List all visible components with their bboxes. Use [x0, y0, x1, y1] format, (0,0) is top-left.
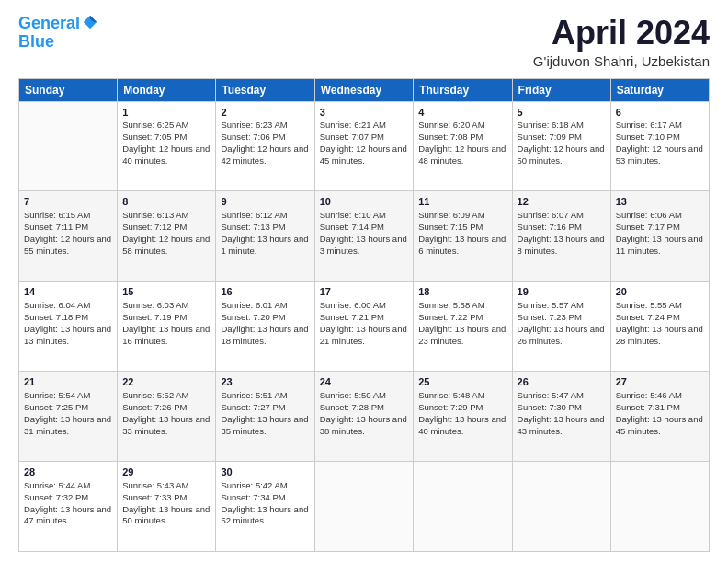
- header-row: Sunday Monday Tuesday Wednesday Thursday…: [19, 78, 710, 101]
- daylight-info: Daylight: 13 hours and 18 minutes.: [221, 324, 308, 346]
- sunset-info: Sunset: 7:07 PM: [320, 132, 384, 142]
- daylight-info: Daylight: 13 hours and 50 minutes.: [122, 504, 210, 526]
- daylight-info: Daylight: 13 hours and 28 minutes.: [616, 324, 703, 346]
- daylight-info: Daylight: 13 hours and 26 minutes.: [518, 324, 605, 346]
- sunset-info: Sunset: 7:33 PM: [122, 492, 187, 502]
- sunset-info: Sunset: 7:12 PM: [122, 222, 187, 232]
- sunrise-info: Sunrise: 6:23 AM: [221, 120, 287, 130]
- sunrise-info: Sunrise: 6:18 AM: [518, 120, 584, 130]
- month-title: April 2024: [533, 15, 710, 52]
- header: General Blue April 2024 G'ijduvon Shahri…: [18, 15, 710, 69]
- col-sunday: Sunday: [19, 78, 118, 101]
- sunrise-info: Sunrise: 6:04 AM: [24, 300, 90, 310]
- daylight-info: Daylight: 12 hours and 58 minutes.: [122, 234, 210, 256]
- calendar-cell: [610, 462, 709, 552]
- calendar-cell: 2Sunrise: 6:23 AMSunset: 7:06 PMDaylight…: [216, 101, 314, 191]
- calendar-cell: 12Sunrise: 6:07 AMSunset: 7:16 PMDayligh…: [512, 191, 610, 282]
- calendar-cell: 28Sunrise: 5:44 AMSunset: 7:32 PMDayligh…: [19, 462, 118, 552]
- sunrise-info: Sunrise: 6:21 AM: [320, 120, 386, 130]
- daylight-info: Daylight: 13 hours and 31 minutes.: [24, 414, 111, 436]
- sunset-info: Sunset: 7:05 PM: [122, 132, 187, 142]
- sunrise-info: Sunrise: 5:58 AM: [418, 300, 484, 310]
- week-row-1: 1Sunrise: 6:25 AMSunset: 7:05 PMDaylight…: [19, 101, 710, 191]
- calendar-cell: 4Sunrise: 6:20 AMSunset: 7:08 PMDaylight…: [414, 101, 512, 191]
- sunrise-info: Sunrise: 5:48 AM: [418, 390, 484, 400]
- day-number: 28: [24, 465, 112, 479]
- day-number: 15: [122, 285, 210, 299]
- sunset-info: Sunset: 7:31 PM: [616, 402, 680, 412]
- daylight-info: Daylight: 13 hours and 11 minutes.: [616, 234, 703, 256]
- week-row-5: 28Sunrise: 5:44 AMSunset: 7:32 PMDayligh…: [19, 462, 710, 552]
- daylight-info: Daylight: 13 hours and 1 minute.: [221, 234, 308, 256]
- sunrise-info: Sunrise: 6:01 AM: [221, 300, 287, 310]
- sunrise-info: Sunrise: 5:54 AM: [24, 390, 90, 400]
- day-number: 27: [616, 375, 704, 389]
- daylight-info: Daylight: 13 hours and 45 minutes.: [616, 414, 703, 436]
- daylight-info: Daylight: 13 hours and 52 minutes.: [221, 504, 308, 526]
- daylight-info: Daylight: 12 hours and 48 minutes.: [418, 144, 506, 166]
- sunset-info: Sunset: 7:08 PM: [418, 132, 483, 142]
- calendar-cell: 22Sunrise: 5:52 AMSunset: 7:26 PMDayligh…: [118, 372, 216, 462]
- logo-text-line1: General: [18, 15, 80, 33]
- sunset-info: Sunset: 7:11 PM: [24, 222, 88, 232]
- calendar-cell: 5Sunrise: 6:18 AMSunset: 7:09 PMDaylight…: [512, 101, 610, 191]
- calendar-cell: 16Sunrise: 6:01 AMSunset: 7:20 PMDayligh…: [216, 282, 314, 372]
- day-number: 10: [320, 195, 409, 209]
- sunrise-info: Sunrise: 6:00 AM: [320, 300, 386, 310]
- sunrise-info: Sunrise: 6:12 AM: [221, 210, 287, 220]
- day-number: 11: [418, 195, 506, 209]
- week-row-3: 14Sunrise: 6:04 AMSunset: 7:18 PMDayligh…: [19, 282, 710, 372]
- calendar-cell: 15Sunrise: 6:03 AMSunset: 7:19 PMDayligh…: [118, 282, 216, 372]
- calendar-cell: 6Sunrise: 6:17 AMSunset: 7:10 PMDaylight…: [610, 101, 709, 191]
- location: G'ijduvon Shahri, Uzbekistan: [533, 53, 710, 69]
- daylight-info: Daylight: 13 hours and 8 minutes.: [518, 234, 605, 256]
- sunset-info: Sunset: 7:19 PM: [122, 312, 187, 322]
- week-row-2: 7Sunrise: 6:15 AMSunset: 7:11 PMDaylight…: [19, 191, 710, 282]
- daylight-info: Daylight: 13 hours and 6 minutes.: [418, 234, 506, 256]
- col-monday: Monday: [118, 78, 216, 101]
- sunrise-info: Sunrise: 6:07 AM: [518, 210, 584, 220]
- calendar-cell: [314, 462, 414, 552]
- sunrise-info: Sunrise: 5:47 AM: [518, 390, 584, 400]
- day-number: 5: [518, 106, 606, 120]
- daylight-info: Daylight: 12 hours and 50 minutes.: [518, 144, 605, 166]
- sunrise-info: Sunrise: 6:20 AM: [418, 120, 484, 130]
- calendar-cell: 17Sunrise: 6:00 AMSunset: 7:21 PMDayligh…: [314, 282, 414, 372]
- calendar-cell: 30Sunrise: 5:42 AMSunset: 7:34 PMDayligh…: [216, 462, 314, 552]
- logo-text-line2: Blue: [18, 32, 54, 51]
- daylight-info: Daylight: 12 hours and 53 minutes.: [616, 144, 703, 166]
- day-number: 12: [518, 195, 606, 209]
- sunrise-info: Sunrise: 6:13 AM: [122, 210, 188, 220]
- daylight-info: Daylight: 13 hours and 3 minutes.: [320, 234, 407, 256]
- day-number: 17: [320, 285, 409, 299]
- day-number: 16: [221, 285, 309, 299]
- sunrise-info: Sunrise: 6:10 AM: [320, 210, 386, 220]
- sunrise-info: Sunrise: 5:55 AM: [616, 300, 682, 310]
- week-row-4: 21Sunrise: 5:54 AMSunset: 7:25 PMDayligh…: [19, 372, 710, 462]
- sunset-info: Sunset: 7:28 PM: [320, 402, 384, 412]
- day-number: 29: [122, 465, 210, 479]
- calendar-cell: 23Sunrise: 5:51 AMSunset: 7:27 PMDayligh…: [216, 372, 314, 462]
- sunrise-info: Sunrise: 6:25 AM: [122, 120, 188, 130]
- sunset-info: Sunset: 7:22 PM: [418, 312, 483, 322]
- sunset-info: Sunset: 7:16 PM: [518, 222, 582, 232]
- daylight-info: Daylight: 13 hours and 35 minutes.: [221, 414, 308, 436]
- day-number: 6: [616, 106, 704, 120]
- daylight-info: Daylight: 13 hours and 47 minutes.: [24, 504, 111, 526]
- sunset-info: Sunset: 7:09 PM: [518, 132, 582, 142]
- day-number: 4: [418, 106, 506, 120]
- sunrise-info: Sunrise: 6:15 AM: [24, 210, 90, 220]
- day-number: 20: [616, 285, 704, 299]
- col-tuesday: Tuesday: [216, 78, 314, 101]
- day-number: 23: [221, 375, 309, 389]
- daylight-info: Daylight: 12 hours and 55 minutes.: [24, 234, 111, 256]
- day-number: 26: [518, 375, 606, 389]
- sunrise-info: Sunrise: 5:43 AM: [122, 480, 188, 490]
- sunrise-info: Sunrise: 6:17 AM: [616, 120, 682, 130]
- daylight-info: Daylight: 13 hours and 23 minutes.: [418, 324, 506, 346]
- day-number: 7: [24, 195, 112, 209]
- calendar-cell: 24Sunrise: 5:50 AMSunset: 7:28 PMDayligh…: [314, 372, 414, 462]
- day-number: 21: [24, 375, 112, 389]
- daylight-info: Daylight: 13 hours and 13 minutes.: [24, 324, 111, 346]
- calendar: Sunday Monday Tuesday Wednesday Thursday…: [18, 78, 710, 552]
